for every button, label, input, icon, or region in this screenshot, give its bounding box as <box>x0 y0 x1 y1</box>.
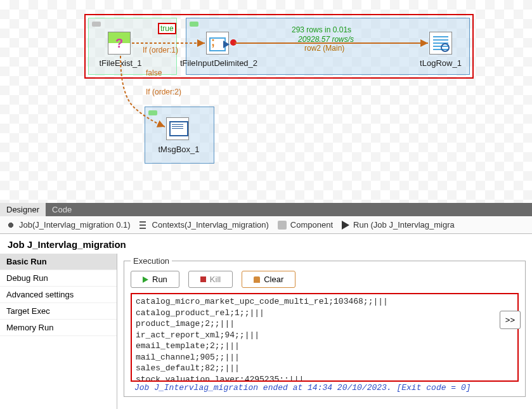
debug-run-row[interactable]: Debug Run <box>0 270 117 287</box>
memory-run-row[interactable]: Memory Run <box>0 320 117 336</box>
clear-icon <box>254 276 260 283</box>
run-tab-label: Run (Job J_Intervlag_migra <box>353 220 455 230</box>
advanced-settings-row[interactable]: Advanced settings <box>0 287 117 303</box>
tmsgbox-component[interactable] <box>166 117 189 140</box>
component-label: tLogRow_1 <box>396 58 485 68</box>
clear-button[interactable]: Clear <box>242 271 295 288</box>
magnifier-icon <box>441 43 450 52</box>
stats-rate-label: 20928.57 rows/s <box>298 35 354 44</box>
footer-status-line: Job J_Intervlag_migration ended at 14:34… <box>131 382 519 393</box>
subjob-handle-icon <box>190 22 198 27</box>
basic-run-row[interactable]: Basic Run <box>0 254 117 270</box>
tfileinputdelimited-component[interactable] <box>206 32 229 55</box>
execution-legend: Execution <box>131 256 172 266</box>
row-link-label: row2 (Main) <box>304 44 344 53</box>
target-exec-row[interactable]: Target Exec <box>0 303 117 320</box>
play-icon <box>143 276 148 283</box>
false-label: false <box>146 68 162 77</box>
design-canvas[interactable]: ? tFileExist_1 tFileInputDelimited_2 tLo… <box>0 0 532 203</box>
console-output: catalog_micro_market_upc_code_multi_rel;… <box>131 293 519 382</box>
kill-button-label: Kill <box>210 275 221 284</box>
component-icon <box>278 221 287 230</box>
view-tab-bar: Designer Code <box>0 203 532 216</box>
stats-label: 293 rows in 0.01s <box>292 25 351 34</box>
run-tab[interactable]: Run (Job J_Intervlag_migra <box>342 220 455 230</box>
component-label: tFileExist_1 <box>76 58 165 68</box>
job-title: Job J_Intervlag_migration <box>0 234 532 254</box>
if-order-label: If (order:2) <box>146 88 181 96</box>
component-label: tFileInputDelimited_2 <box>174 58 263 68</box>
component-tab[interactable]: Component <box>278 220 333 230</box>
play-icon <box>342 221 349 230</box>
contexts-tab[interactable]: Contexts(J_Intervlag_migration) <box>139 220 269 230</box>
cog-icon <box>6 221 15 230</box>
if-true-badge: true <box>158 23 176 34</box>
tlogrow-component[interactable] <box>429 32 452 55</box>
execution-group: Execution Run Kill Clear catalog_micro_m… <box>124 256 526 397</box>
job-tab-label: Job(J_Intervlag_migration 0.1) <box>19 220 131 230</box>
code-view-tab[interactable]: Code <box>46 203 78 216</box>
subjob-handle-icon <box>148 110 157 115</box>
question-icon: ? <box>108 32 130 54</box>
if-order-label: If (order:1) <box>143 46 178 55</box>
component-label: tMsgBox_1 <box>134 145 223 154</box>
expand-button[interactable]: >> <box>500 311 521 329</box>
designer-view-tab[interactable]: Designer <box>0 203 46 216</box>
component-tab-label: Component <box>290 220 333 230</box>
subjob-handle-icon <box>92 22 101 27</box>
run-button-label: Run <box>152 275 167 284</box>
kill-button[interactable]: Kill <box>188 271 233 288</box>
tfileexist-component[interactable]: ? <box>108 32 131 55</box>
property-tab-bar: Job(J_Intervlag_migration 0.1) Contexts(… <box>0 216 532 234</box>
run-button[interactable]: Run <box>131 271 179 288</box>
clear-button-label: Clear <box>264 275 283 284</box>
arrow-icon <box>223 41 230 48</box>
contexts-tab-label: Contexts(J_Intervlag_migration) <box>152 220 269 230</box>
output-port-icon <box>230 39 237 46</box>
stop-icon <box>200 276 206 282</box>
job-tab[interactable]: Job(J_Intervlag_migration 0.1) <box>6 220 131 230</box>
run-mode-list: Basic Run Debug Run Advanced settings Ta… <box>0 254 117 409</box>
list-icon <box>139 221 148 230</box>
